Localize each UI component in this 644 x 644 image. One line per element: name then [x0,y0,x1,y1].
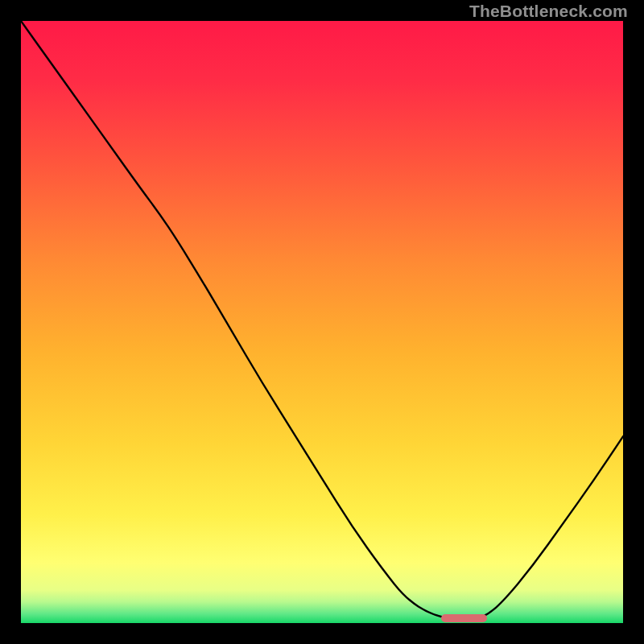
chart-stage: TheBottleneck.com [0,0,644,644]
plot-area [21,21,623,623]
watermark-text: TheBottleneck.com [469,2,628,21]
bottleneck-curve [21,21,623,623]
optimal-range-marker [441,614,487,622]
